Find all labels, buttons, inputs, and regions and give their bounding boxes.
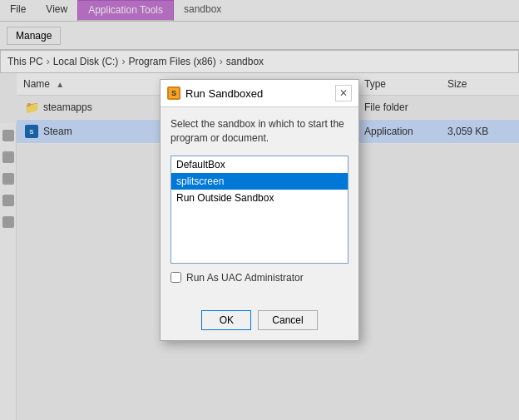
sandbox-option-run-outside[interactable]: Run Outside Sandbox <box>171 190 348 206</box>
dialog-close-button[interactable]: ✕ <box>335 85 352 101</box>
uac-checkbox[interactable] <box>171 272 181 283</box>
dialog-app-icon: S <box>167 86 180 100</box>
cancel-button[interactable]: Cancel <box>258 310 317 330</box>
dialog-title-left: S Run Sandboxed <box>167 86 263 100</box>
uac-checkbox-row: Run As UAC Administrator <box>171 272 348 284</box>
run-sandboxed-dialog: S Run Sandboxed ✕ Select the sandbox in … <box>160 79 359 341</box>
ok-button[interactable]: OK <box>201 310 251 330</box>
sandbox-list[interactable]: DefaultBox splitscreen Run Outside Sandb… <box>171 156 348 264</box>
dialog-body: Select the sandbox in which to start the… <box>161 107 358 304</box>
dialog-buttons: OK Cancel <box>161 304 358 340</box>
dialog-titlebar: S Run Sandboxed ✕ <box>161 80 358 107</box>
dialog-description: Select the sandbox in which to start the… <box>171 117 348 146</box>
sandbox-option-splitscreen[interactable]: splitscreen <box>171 173 348 190</box>
uac-checkbox-label: Run As UAC Administrator <box>186 272 304 284</box>
dialog-overlay: S Run Sandboxed ✕ Select the sandbox in … <box>0 0 519 420</box>
sandbox-option-defaultbox[interactable]: DefaultBox <box>171 156 348 173</box>
dialog-title-text: Run Sandboxed <box>185 87 263 100</box>
